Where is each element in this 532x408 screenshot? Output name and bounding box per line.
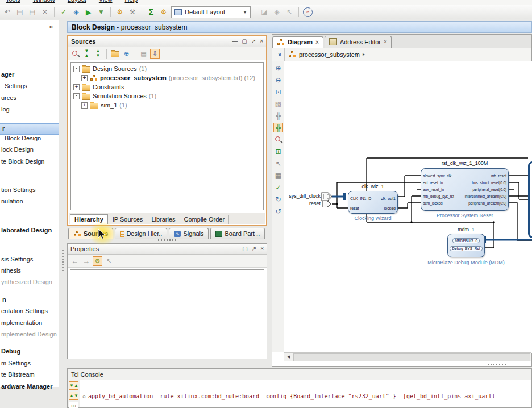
block-port[interactable]: bus_struct_reset[0:0]	[472, 181, 506, 185]
scrollbar-thumb[interactable]	[293, 353, 530, 361]
horizontal-splitter[interactable]	[158, 239, 178, 241]
flow-nav-item[interactable]: tion Settings	[1, 186, 36, 193]
collapse-all-icon[interactable]: ▼▲	[82, 49, 92, 59]
processor-icon[interactable]: ▦	[273, 170, 283, 180]
select-pointer-icon[interactable]: ↖	[104, 256, 114, 266]
external-port-label[interactable]: reset	[294, 201, 321, 206]
float-icon[interactable]: ↗	[251, 39, 256, 44]
regenerate-layout-icon[interactable]: ↻	[273, 194, 283, 204]
close-icon[interactable]: ×	[315, 39, 319, 45]
breadcrumb[interactable]: processor_subsystem ▸	[285, 51, 365, 58]
close-icon[interactable]: ×	[260, 246, 264, 252]
project-tools-icon[interactable]: ⚒	[127, 7, 138, 17]
close-icon[interactable]: ×	[384, 39, 387, 45]
flow-nav-item[interactable]: Debug	[1, 348, 20, 355]
maximize-icon[interactable]: ▢	[242, 246, 247, 252]
scroll-to-selected-icon[interactable]: ⇩	[150, 49, 160, 59]
block-port[interactable]: reset	[350, 206, 359, 210]
sidebar-splitter[interactable]	[62, 250, 64, 273]
fold-marker-icon[interactable]: ⊖	[80, 392, 88, 401]
properties-panel-header[interactable]: Properties — ▢ ↗ ×	[68, 244, 267, 255]
collapse-expander-icon[interactable]: -	[73, 66, 80, 72]
tab-sources[interactable]: Sources	[68, 228, 113, 239]
block-port[interactable]: dcm_locked	[423, 201, 443, 205]
expand-all-icon[interactable]: ▲▼	[93, 49, 103, 59]
block-port[interactable]: mb_debug_sys_rst	[423, 194, 454, 198]
expand-expander-icon[interactable]: +	[81, 102, 88, 109]
customize-gear-icon[interactable]: ⚙	[159, 7, 169, 17]
zoom-in-icon[interactable]: ⊕	[273, 63, 283, 73]
block-port[interactable]: locked	[384, 206, 396, 210]
block-port[interactable]: ext_reset_in	[423, 181, 443, 185]
delete-icon[interactable]: ✕	[40, 7, 50, 17]
block-proc-sys-reset[interactable]: slowest_sync_clk mb_reset ext_reset_in b…	[421, 168, 509, 211]
tab-hierarchy[interactable]: Hierarchy	[70, 214, 108, 224]
paste-icon[interactable]: ▤	[27, 7, 38, 17]
flow-nav-item-selected[interactable]: r	[2, 125, 5, 132]
flow-nav-item[interactable]: ardware Manager	[1, 383, 52, 390]
flow-nav-item[interactable]: log	[1, 106, 10, 113]
tree-row[interactable]: + sim_1 (1)	[73, 101, 263, 110]
block-port[interactable]: Debug_SYS_Rst	[450, 246, 482, 251]
flow-nav-item[interactable]: lock Design	[1, 146, 34, 153]
open-folder-icon[interactable]	[110, 49, 120, 59]
tab-compile-order[interactable]: Compile Order	[180, 215, 230, 224]
menu-view[interactable]: View	[99, 0, 113, 3]
block-port[interactable]: interconnect_aresetn[0:0]	[465, 194, 506, 198]
block-port[interactable]: mb_reset	[491, 174, 506, 178]
validate-design-icon[interactable]: ✓	[273, 182, 283, 192]
line-numbers-icon[interactable]: 00	[69, 402, 78, 408]
block-port[interactable]: slowest_sync_clk	[423, 174, 451, 178]
tcl-console-output[interactable]: ⊖ apply_bd_automation -rule xilinx.com:b…	[80, 380, 531, 407]
collapse-sidebar-button[interactable]: «	[45, 22, 57, 31]
tree-row[interactable]: + processor_subsystem (processor_subsyst…	[73, 73, 263, 82]
flow-nav-item[interactable]: entation Settings	[1, 307, 48, 314]
horizontal-scrollbar[interactable]: ◀	[284, 352, 531, 361]
run-icon[interactable]: ▶	[84, 7, 94, 17]
expand-output-icon[interactable]: ▲▼	[69, 392, 78, 400]
maximize-icon[interactable]: ▢	[242, 39, 247, 44]
search-icon[interactable]	[273, 135, 283, 144]
diagram-canvas[interactable]: sys_diff_clock reset clk_wiz_1 CLK_IN1_D…	[284, 61, 532, 353]
create-bd-icon[interactable]: ◈	[71, 7, 81, 17]
block-port[interactable]: MBDEBUG_0	[452, 238, 480, 243]
block-port[interactable]: clk_out1	[381, 197, 396, 201]
flow-nav-item[interactable]: m Settings	[1, 360, 31, 367]
fit-selection-icon[interactable]: ╬	[273, 123, 283, 132]
flow-nav-item[interactable]: Block Design	[5, 135, 41, 141]
tab-libraries[interactable]: Libraries	[147, 215, 180, 224]
flow-nav-item[interactable]: te Bitstream	[1, 371, 35, 378]
sources-panel-header[interactable]: Sources — ▢ ↗ ×	[68, 36, 266, 47]
zoom-out-icon[interactable]: ⊖	[273, 75, 283, 85]
expand-expander-icon[interactable]: +	[73, 84, 80, 90]
float-icon[interactable]: ↗	[252, 246, 256, 252]
flow-nav-item[interactable]: n	[2, 296, 6, 303]
settings-gear-icon[interactable]: ⚙	[115, 7, 125, 17]
tree-row[interactable]: - Design Sources (1)	[73, 64, 263, 73]
menu-help[interactable]: Help	[125, 0, 138, 3]
fit-view-icon[interactable]: ╬	[273, 111, 283, 120]
layout-selector[interactable]: Default Layout ▼	[171, 6, 251, 18]
block-mdm[interactable]: MBDEBUG_0 Debug_SYS_Rst	[447, 234, 485, 257]
collapse-expander-icon[interactable]: -	[73, 93, 80, 99]
add-sources-icon[interactable]: ⊕	[122, 49, 131, 59]
collapse-toolbar-icon[interactable]: ⇥	[272, 48, 285, 61]
properties-gear-icon[interactable]: ⚙	[93, 256, 102, 266]
external-port-label[interactable]: sys_diff_clock	[284, 193, 321, 199]
menu-window[interactable]: Window	[33, 0, 55, 3]
collapse-output-icon[interactable]: ▼▲	[69, 381, 78, 390]
validate-design-icon[interactable]: ✓	[59, 7, 69, 17]
horizontal-splitter[interactable]	[488, 364, 508, 365]
flow-nav-item[interactable]: Settings	[5, 82, 27, 89]
search-icon[interactable]	[70, 49, 80, 59]
flow-nav-item[interactable]: nthesis	[1, 267, 21, 274]
minimize-icon[interactable]: —	[232, 246, 238, 252]
zoom-selection-icon[interactable]: ⊡	[273, 87, 283, 97]
tab-ip-sources[interactable]: IP Sources	[109, 215, 148, 224]
block-port[interactable]: peripheral_reset[0:0]	[472, 188, 506, 191]
tab-board-part[interactable]: Board Part ..	[210, 228, 265, 239]
copy-icon[interactable]: ▤	[15, 7, 25, 17]
block-port[interactable]: aux_reset_in	[423, 188, 444, 191]
tab-address-editor[interactable]: Address Editor ×	[325, 36, 392, 48]
block-clk-wiz[interactable]: CLK_IN1_D clk_out1 reset locked	[348, 191, 398, 214]
